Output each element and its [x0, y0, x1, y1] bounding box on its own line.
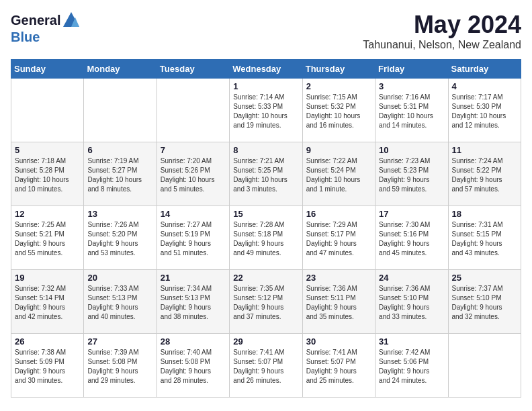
- calendar-cell: 14Sunrise: 7:27 AM Sunset: 5:19 PM Dayli…: [157, 206, 229, 270]
- weekday-header-thursday: Thursday: [302, 60, 375, 79]
- weekday-header-sunday: Sunday: [11, 60, 84, 79]
- day-number: 25: [452, 273, 517, 283]
- day-info: Sunrise: 7:35 AM Sunset: 5:12 PM Dayligh…: [233, 284, 298, 322]
- day-number: 14: [161, 209, 226, 219]
- day-info: Sunrise: 7:28 AM Sunset: 5:18 PM Dayligh…: [233, 220, 298, 258]
- page-header: General Blue May 2024 Tahunanui, Nelson,…: [11, 11, 521, 51]
- day-number: 9: [306, 145, 371, 155]
- week-row-2: 5Sunrise: 7:18 AM Sunset: 5:28 PM Daylig…: [11, 142, 521, 206]
- calendar-cell: 23Sunrise: 7:36 AM Sunset: 5:11 PM Dayli…: [302, 270, 375, 334]
- day-info: Sunrise: 7:24 AM Sunset: 5:22 PM Dayligh…: [452, 156, 517, 194]
- day-number: 21: [161, 273, 226, 283]
- day-info: Sunrise: 7:25 AM Sunset: 5:21 PM Dayligh…: [15, 220, 80, 258]
- calendar-cell: 29Sunrise: 7:41 AM Sunset: 5:07 PM Dayli…: [230, 334, 302, 398]
- day-info: Sunrise: 7:23 AM Sunset: 5:23 PM Dayligh…: [379, 156, 444, 194]
- weekday-header-monday: Monday: [84, 60, 157, 79]
- day-info: Sunrise: 7:36 AM Sunset: 5:11 PM Dayligh…: [306, 284, 371, 322]
- calendar-cell: 26Sunrise: 7:38 AM Sunset: 5:09 PM Dayli…: [11, 334, 84, 398]
- calendar-cell: 4Sunrise: 7:17 AM Sunset: 5:30 PM Daylig…: [448, 79, 521, 142]
- day-number: 31: [379, 336, 444, 347]
- day-info: Sunrise: 7:19 AM Sunset: 5:27 PM Dayligh…: [87, 156, 152, 194]
- day-info: Sunrise: 7:27 AM Sunset: 5:19 PM Dayligh…: [161, 220, 226, 258]
- title-section: May 2024 Tahunanui, Nelson, New Zealand: [363, 11, 521, 51]
- day-info: Sunrise: 7:31 AM Sunset: 5:15 PM Dayligh…: [452, 220, 517, 258]
- day-info: Sunrise: 7:37 AM Sunset: 5:10 PM Dayligh…: [452, 284, 517, 322]
- day-info: Sunrise: 7:22 AM Sunset: 5:24 PM Dayligh…: [306, 156, 371, 194]
- day-info: Sunrise: 7:17 AM Sunset: 5:30 PM Dayligh…: [452, 93, 517, 130]
- day-info: Sunrise: 7:18 AM Sunset: 5:28 PM Dayligh…: [15, 156, 80, 194]
- day-info: Sunrise: 7:41 AM Sunset: 5:07 PM Dayligh…: [233, 348, 298, 385]
- calendar-cell: 8Sunrise: 7:21 AM Sunset: 5:25 PM Daylig…: [230, 142, 302, 206]
- day-number: 3: [379, 81, 444, 91]
- calendar-cell: 20Sunrise: 7:33 AM Sunset: 5:13 PM Dayli…: [84, 270, 157, 334]
- calendar-cell: 2Sunrise: 7:15 AM Sunset: 5:32 PM Daylig…: [302, 79, 375, 142]
- day-info: Sunrise: 7:32 AM Sunset: 5:14 PM Dayligh…: [15, 284, 80, 322]
- day-info: Sunrise: 7:21 AM Sunset: 5:25 PM Dayligh…: [233, 156, 298, 194]
- day-info: Sunrise: 7:26 AM Sunset: 5:20 PM Dayligh…: [87, 220, 152, 258]
- calendar-cell: 1Sunrise: 7:14 AM Sunset: 5:33 PM Daylig…: [230, 79, 302, 142]
- day-number: 5: [15, 145, 80, 155]
- day-number: 15: [233, 209, 298, 219]
- day-info: Sunrise: 7:29 AM Sunset: 5:17 PM Dayligh…: [306, 220, 371, 258]
- weekday-header-wednesday: Wednesday: [230, 60, 302, 79]
- day-number: 1: [233, 81, 298, 91]
- calendar-cell: 24Sunrise: 7:36 AM Sunset: 5:10 PM Dayli…: [375, 270, 448, 334]
- logo-general: General: [11, 13, 60, 28]
- calendar-cell: 31Sunrise: 7:42 AM Sunset: 5:06 PM Dayli…: [375, 334, 448, 398]
- location-title: Tahunanui, Nelson, New Zealand: [363, 39, 521, 51]
- day-info: Sunrise: 7:16 AM Sunset: 5:31 PM Dayligh…: [379, 93, 444, 130]
- day-info: Sunrise: 7:40 AM Sunset: 5:08 PM Dayligh…: [161, 348, 226, 385]
- calendar-cell: 17Sunrise: 7:30 AM Sunset: 5:16 PM Dayli…: [375, 206, 448, 270]
- day-number: 16: [306, 209, 371, 219]
- calendar-cell: 12Sunrise: 7:25 AM Sunset: 5:21 PM Dayli…: [11, 206, 84, 270]
- day-number: 6: [87, 145, 152, 155]
- week-row-5: 26Sunrise: 7:38 AM Sunset: 5:09 PM Dayli…: [11, 334, 521, 398]
- weekday-header-tuesday: Tuesday: [157, 60, 229, 79]
- calendar-cell: [11, 79, 84, 142]
- calendar-cell: 15Sunrise: 7:28 AM Sunset: 5:18 PM Dayli…: [230, 206, 302, 270]
- day-number: 8: [233, 145, 298, 155]
- logo-icon: [62, 11, 81, 30]
- day-info: Sunrise: 7:30 AM Sunset: 5:16 PM Dayligh…: [379, 220, 444, 258]
- weekday-header-row: SundayMondayTuesdayWednesdayThursdayFrid…: [11, 60, 521, 79]
- day-info: Sunrise: 7:20 AM Sunset: 5:26 PM Dayligh…: [161, 156, 226, 194]
- calendar-cell: [84, 79, 157, 142]
- day-number: 23: [306, 273, 371, 283]
- day-number: 30: [306, 336, 371, 347]
- day-info: Sunrise: 7:14 AM Sunset: 5:33 PM Dayligh…: [233, 93, 298, 130]
- day-number: 10: [379, 145, 444, 155]
- calendar-cell: 9Sunrise: 7:22 AM Sunset: 5:24 PM Daylig…: [302, 142, 375, 206]
- calendar-cell: 16Sunrise: 7:29 AM Sunset: 5:17 PM Dayli…: [302, 206, 375, 270]
- calendar-cell: 19Sunrise: 7:32 AM Sunset: 5:14 PM Dayli…: [11, 270, 84, 334]
- day-info: Sunrise: 7:34 AM Sunset: 5:13 PM Dayligh…: [161, 284, 226, 322]
- day-number: 18: [452, 209, 517, 219]
- day-info: Sunrise: 7:36 AM Sunset: 5:10 PM Dayligh…: [379, 284, 444, 322]
- calendar-cell: 28Sunrise: 7:40 AM Sunset: 5:08 PM Dayli…: [157, 334, 229, 398]
- week-row-1: 1Sunrise: 7:14 AM Sunset: 5:33 PM Daylig…: [11, 79, 521, 142]
- logo-blue: Blue: [11, 30, 40, 45]
- calendar-cell: 30Sunrise: 7:41 AM Sunset: 5:07 PM Dayli…: [302, 334, 375, 398]
- day-number: 19: [15, 273, 80, 283]
- day-number: 2: [306, 81, 371, 91]
- day-info: Sunrise: 7:41 AM Sunset: 5:07 PM Dayligh…: [306, 348, 371, 385]
- day-info: Sunrise: 7:38 AM Sunset: 5:09 PM Dayligh…: [15, 348, 80, 385]
- calendar-cell: [157, 79, 229, 142]
- calendar-cell: 27Sunrise: 7:39 AM Sunset: 5:08 PM Dayli…: [84, 334, 157, 398]
- calendar-cell: 3Sunrise: 7:16 AM Sunset: 5:31 PM Daylig…: [375, 79, 448, 142]
- day-info: Sunrise: 7:39 AM Sunset: 5:08 PM Dayligh…: [87, 348, 152, 385]
- day-number: 26: [15, 336, 80, 347]
- calendar-cell: [448, 334, 521, 398]
- day-number: 27: [87, 336, 152, 347]
- month-title: May 2024: [363, 11, 521, 39]
- calendar-cell: 25Sunrise: 7:37 AM Sunset: 5:10 PM Dayli…: [448, 270, 521, 334]
- weekday-header-saturday: Saturday: [448, 60, 521, 79]
- day-number: 7: [161, 145, 226, 155]
- day-info: Sunrise: 7:33 AM Sunset: 5:13 PM Dayligh…: [87, 284, 152, 322]
- day-number: 22: [233, 273, 298, 283]
- day-info: Sunrise: 7:42 AM Sunset: 5:06 PM Dayligh…: [379, 348, 444, 385]
- day-number: 12: [15, 209, 80, 219]
- calendar-cell: 7Sunrise: 7:20 AM Sunset: 5:26 PM Daylig…: [157, 142, 229, 206]
- calendar-cell: 6Sunrise: 7:19 AM Sunset: 5:27 PM Daylig…: [84, 142, 157, 206]
- day-number: 13: [87, 209, 152, 219]
- calendar-cell: 10Sunrise: 7:23 AM Sunset: 5:23 PM Dayli…: [375, 142, 448, 206]
